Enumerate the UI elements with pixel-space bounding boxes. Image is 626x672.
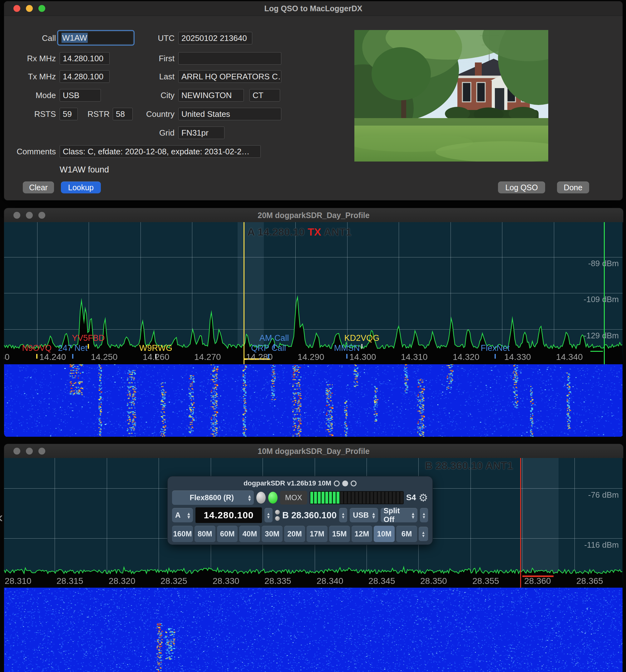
rstr-field[interactable]: 58: [113, 108, 133, 120]
band-button-15m[interactable]: 15M: [329, 526, 350, 542]
call-selected-text: W1AW: [61, 33, 88, 43]
lookup-status: W1AW found: [60, 165, 109, 175]
vfo-link-dots-icon[interactable]: [275, 510, 280, 521]
scroll-edge-chevron-icon[interactable]: ‹: [0, 509, 3, 526]
mode-field[interactable]: USB: [60, 89, 101, 101]
last-label: Last: [135, 70, 175, 83]
tx-mhz-field[interactable]: 14.280.100: [60, 70, 109, 83]
window-title: 20M dogparkSDR_Day_Profile: [4, 211, 623, 220]
panel-row-radio: Flex8600 (R) ▴▾ MOX S4 ⚙: [172, 490, 428, 505]
mox-button[interactable]: MOX: [280, 491, 307, 505]
vfo-select[interactable]: A ▴▾: [172, 508, 193, 522]
radio-select-value: Flex8600 (R): [175, 493, 248, 502]
log-qso-window: Log QSO to MacLoggerDX Call W1AW UTC 202…: [4, 1, 623, 200]
vfo-b-frequency[interactable]: B 28.360.100: [282, 510, 336, 521]
status-led-green: [268, 492, 278, 504]
sdr-20m-titlebar[interactable]: 20M dogparkSDR_Day_Profile: [4, 208, 623, 222]
call-label: Call: [10, 32, 56, 44]
first-field[interactable]: [178, 52, 281, 65]
station-photo: [354, 30, 548, 162]
panel-circle-icon[interactable]: [351, 480, 356, 486]
band-button-160m[interactable]: 160M: [172, 526, 193, 542]
split-select-value: Split Off: [384, 506, 412, 524]
comments-label: Comments: [7, 145, 56, 158]
panel-row-vfo: A ▴▾ 14.280.100 ▴▾ B 28.360.100 ▴▾ USB ▴…: [172, 507, 428, 523]
rstr-label: RSTR: [82, 108, 109, 120]
spectrum-display-20m[interactable]: A 14.280.10 TX ANT1 14.23014.24014.25014…: [4, 222, 623, 364]
band-button-60m[interactable]: 60M: [217, 526, 238, 542]
waterfall-10m[interactable]: [4, 587, 623, 672]
panel-circle-filled-icon[interactable]: [342, 480, 348, 486]
band-button-30m[interactable]: 30M: [261, 526, 282, 542]
radio-control-panel: dogparkSDR v1.26b19 10M Flex8600 (R) ▴▾ …: [167, 476, 433, 545]
tx-indicator: TX: [307, 226, 321, 238]
city-label: City: [135, 89, 175, 101]
utc-label: UTC: [135, 32, 175, 44]
sdr-10m-titlebar[interactable]: 10M dogparkSDR_Day_Profile: [4, 444, 623, 458]
spectrum-display-10m[interactable]: B 28.360.10 ANT1 28.31028.31528.32028.32…: [4, 458, 623, 587]
sdr-10m-window: 10M dogparkSDR_Day_Profile B 28.360.10 A…: [4, 443, 624, 672]
mode-label: Mode: [10, 89, 56, 101]
country-field[interactable]: United States: [178, 108, 281, 120]
done-button[interactable]: Done: [557, 182, 589, 193]
band-button-17m[interactable]: 17M: [307, 526, 327, 542]
vfo-a-readout: A 14.280.10 TX ANT1: [247, 226, 352, 238]
country-label: Country: [135, 108, 175, 120]
call-field-focusring: W1AW: [57, 30, 134, 46]
tx-mhz-label: Tx MHz: [10, 70, 56, 83]
panel-titlebar[interactable]: dogparkSDR v1.26b19 10M: [172, 479, 428, 488]
rx-mhz-field[interactable]: 14.280.100: [60, 52, 109, 65]
waterfall-20m[interactable]: [4, 364, 623, 437]
spectrum-canvas-20m[interactable]: [4, 222, 623, 364]
band-button-20m[interactable]: 20M: [284, 526, 305, 542]
grid-label: Grid: [135, 126, 175, 139]
band-button-40m[interactable]: 40M: [239, 526, 260, 542]
arrl-hq-photo-art: [354, 30, 548, 162]
split-select[interactable]: Split Off ▴▾: [381, 508, 418, 522]
rx-mhz-label: Rx MHz: [10, 52, 56, 65]
utc-field[interactable]: 20250102 213640: [178, 32, 252, 44]
grid-field[interactable]: FN31pr: [178, 126, 224, 139]
window-title: Log QSO to MacLoggerDX: [4, 4, 623, 13]
comments-field[interactable]: Class: C, efdate: 2020-12-08, expdate: 2…: [60, 145, 261, 158]
mode-select[interactable]: USB ▴▾: [350, 508, 378, 522]
radio-select[interactable]: Flex8600 (R) ▴▾: [172, 490, 254, 505]
vfo-a-stepper[interactable]: ▴▾: [265, 508, 273, 522]
first-label: First: [135, 52, 175, 65]
clear-button[interactable]: Clear: [23, 182, 54, 193]
chevron-updown-icon: ▴▾: [412, 512, 414, 519]
panel-title: dogparkSDR v1.26b19 10M: [244, 479, 331, 487]
split-stepper[interactable]: ▴▾: [420, 508, 428, 522]
vfo-a-frequency[interactable]: 14.280.100: [196, 507, 261, 523]
gear-icon[interactable]: ⚙: [419, 493, 428, 503]
panel-circle-icon[interactable]: [334, 480, 340, 486]
s-meter-active-segments: [310, 492, 340, 504]
s-meter-reading: S4: [406, 493, 416, 502]
band-button-10m[interactable]: 10M: [374, 526, 395, 542]
log-qso-button[interactable]: Log QSO: [498, 182, 545, 193]
s-meter-inactive-segments: [340, 492, 403, 504]
vfo-b-stepper[interactable]: ▴▾: [339, 508, 347, 522]
lookup-button[interactable]: Lookup: [61, 182, 101, 193]
chevron-updown-icon: ▴▾: [187, 512, 190, 519]
dialog-titlebar[interactable]: Log QSO to MacLoggerDX: [4, 1, 623, 16]
chevron-updown-icon: ▴▾: [248, 494, 251, 501]
vfo-select-value: A: [175, 511, 180, 520]
city-field[interactable]: NEWINGTON: [178, 89, 244, 101]
band-button-6m[interactable]: 6M: [396, 526, 417, 542]
last-field[interactable]: ARRL HQ OPERATORS C…: [178, 70, 281, 83]
chevron-updown-icon: ▴▾: [373, 512, 375, 519]
band-stepper[interactable]: ▴▾: [419, 527, 428, 541]
band-buttons-row: 160M80M60M40M30M20M17M15M12M10M6M▴▾: [172, 526, 428, 542]
sdr-20m-window: 20M dogparkSDR_Day_Profile A 14.280.10 T…: [4, 208, 624, 437]
rsts-label: RSTS: [10, 108, 56, 120]
rsts-field[interactable]: 59: [60, 108, 78, 120]
call-input[interactable]: W1AW: [58, 31, 133, 44]
s-meter: [310, 491, 404, 504]
band-button-80m[interactable]: 80M: [195, 526, 216, 542]
window-title: 10M dogparkSDR_Day_Profile: [4, 447, 623, 456]
vfo-b-readout: B 28.360.10 ANT1: [425, 460, 513, 472]
band-button-12m[interactable]: 12M: [352, 526, 373, 542]
state-field[interactable]: CT: [249, 89, 280, 101]
mode-select-value: USB: [353, 511, 369, 520]
